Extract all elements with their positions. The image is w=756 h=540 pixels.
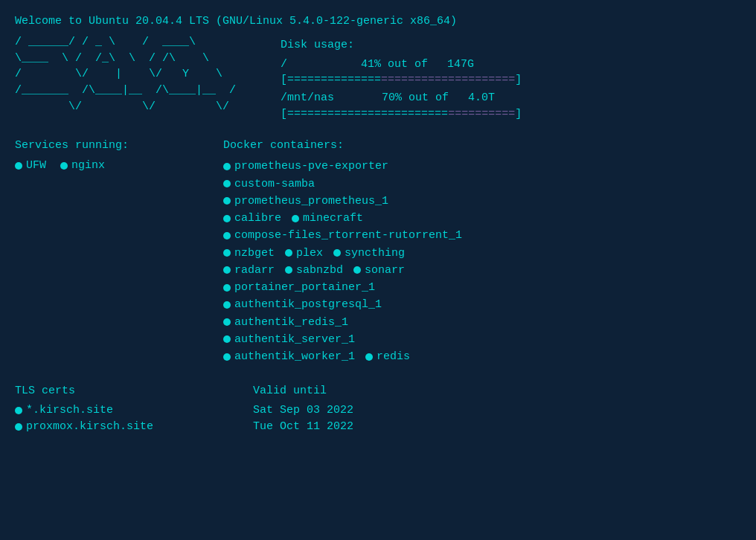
docker-item-portainer: portainer_portainer_1: [223, 279, 375, 296]
top-section: / ______/ / _ \ / ____\ \____ \ / /_\ \ …: [15, 34, 741, 123]
disk-size-root: 147G: [434, 57, 474, 73]
disk-bar-empty-root: ====================: [381, 74, 515, 86]
tls-col-name: TLS certs: [15, 383, 253, 399]
disk-percent-root: 41% out of: [361, 57, 428, 73]
docker-item-sonarr: sonarr: [353, 262, 405, 279]
tls-proxmox-date: Tue Oct 11 2022: [253, 419, 353, 435]
service-ufw: UFW: [15, 158, 46, 174]
tls-wildcard-label: *.kirsch.site: [26, 402, 113, 419]
services-docker-section: Services running: UFW nginx Docker conta…: [15, 138, 741, 366]
docker-title: Docker containers:: [223, 138, 472, 154]
tls-wildcard-date: Sat Sep 03 2022: [253, 402, 353, 419]
services-left: Services running: UFW nginx: [15, 138, 179, 366]
docker-grid: prometheus-pve-exporter custom-samba pro…: [223, 158, 472, 365]
docker-row-12: authentik_worker_1 redis: [223, 348, 472, 365]
docker-item-syncthing: syncthing: [333, 245, 405, 262]
disk-path-root: /: [281, 57, 355, 73]
tls-col-valid: Valid until: [253, 383, 327, 399]
services-title: Services running:: [15, 138, 179, 154]
docker-item-minecraft: minecraft: [292, 210, 363, 227]
docker-row-9: authentik_postgresql_1: [223, 296, 472, 313]
docker-item-nzbget: nzbget: [223, 245, 275, 262]
docker-item-rtorrent: compose-files_rtorrent-rutorrent_1: [223, 227, 462, 244]
docker-item-redis: redis: [365, 348, 410, 365]
nginx-label: nginx: [71, 158, 105, 174]
docker-item-calibre: calibre: [223, 210, 281, 227]
ufw-dot: [15, 162, 22, 170]
tls-section: TLS certs Valid until *.kirsch.site Sat …: [15, 383, 741, 434]
disk-entry-nas: /mnt/nas 70% out of 4.0T [==============…: [281, 90, 522, 123]
docker-row-7: radarr sabnzbd sonarr: [223, 262, 472, 279]
docker-row-6: nzbget plex syncthing: [223, 245, 472, 262]
docker-item-prometheus-pve: prometheus-pve-exporter: [223, 158, 388, 175]
docker-row-1: prometheus-pve-exporter: [223, 158, 472, 175]
disk-title: Disk usage:: [281, 37, 522, 54]
ascii-art: / ______/ / _ \ / ____\ \____ \ / /_\ \ …: [15, 34, 236, 123]
docker-item-authentik-redis: authentik_redis_1: [223, 314, 348, 331]
disk-size-nas: 4.0T: [455, 90, 495, 106]
tls-row-wildcard: *.kirsch.site Sat Sep 03 2022: [15, 402, 741, 419]
tls-cert-proxmox: proxmox.kirsch.site: [15, 419, 253, 435]
disk-bar-used-root: ==============: [287, 74, 381, 86]
docker-item-authentik-worker: authentik_worker_1: [223, 348, 355, 365]
service-nginx: nginx: [60, 158, 105, 174]
disk-percent-nas: 70% out of: [382, 90, 449, 106]
tls-cert-wildcard: *.kirsch.site: [15, 402, 253, 419]
disk-bar-nas: [==================================]: [281, 106, 522, 123]
tls-proxmox-label: proxmox.kirsch.site: [26, 419, 153, 435]
tls-wildcard-dot: [15, 407, 22, 414]
disk-entry-root: / 41% out of 147G [=====================…: [281, 57, 522, 89]
disk-usage: Disk usage: / 41% out of 147G [=========…: [281, 34, 522, 123]
disk-path-nas: /mnt/nas: [281, 90, 355, 106]
docker-item-sabnzbd: sabnzbd: [285, 262, 343, 279]
docker-row-10: authentik_redis_1: [223, 314, 472, 331]
docker-row-11: authentik_server_1: [223, 331, 472, 348]
disk-bar-empty-nas: ==========: [448, 108, 515, 120]
welcome-line: Welcome to Ubuntu 20.04.4 LTS (GNU/Linux…: [15, 13, 741, 30]
docker-row-8: portainer_portainer_1: [223, 279, 472, 296]
ufw-label: UFW: [26, 158, 46, 174]
tls-proxmox-dot: [15, 423, 22, 431]
docker-item-authentik-server: authentik_server_1: [223, 331, 355, 348]
nginx-dot: [60, 162, 68, 170]
docker-item-authentik-pg: authentik_postgresql_1: [223, 296, 382, 313]
services-list: UFW nginx: [15, 158, 179, 176]
docker-item-plex: plex: [285, 245, 323, 262]
docker-row-2: custom-samba: [223, 176, 472, 193]
disk-bar-root: [==================================]: [281, 72, 522, 89]
tls-row-proxmox: proxmox.kirsch.site Tue Oct 11 2022: [15, 419, 741, 435]
disk-bar-used-nas: ========================: [287, 108, 448, 120]
docker-row-5: compose-files_rtorrent-rutorrent_1: [223, 227, 472, 244]
docker-row-3: prometheus_prometheus_1: [223, 193, 472, 210]
docker-row-4: calibre minecraft: [223, 210, 472, 227]
tls-header: TLS certs Valid until: [15, 383, 741, 399]
docker-item-custom-samba: custom-samba: [223, 176, 315, 193]
docker-item-radarr: radarr: [223, 262, 275, 279]
docker-item-prometheus: prometheus_prometheus_1: [223, 193, 388, 210]
docker-section: Docker containers: prometheus-pve-export…: [223, 138, 472, 366]
